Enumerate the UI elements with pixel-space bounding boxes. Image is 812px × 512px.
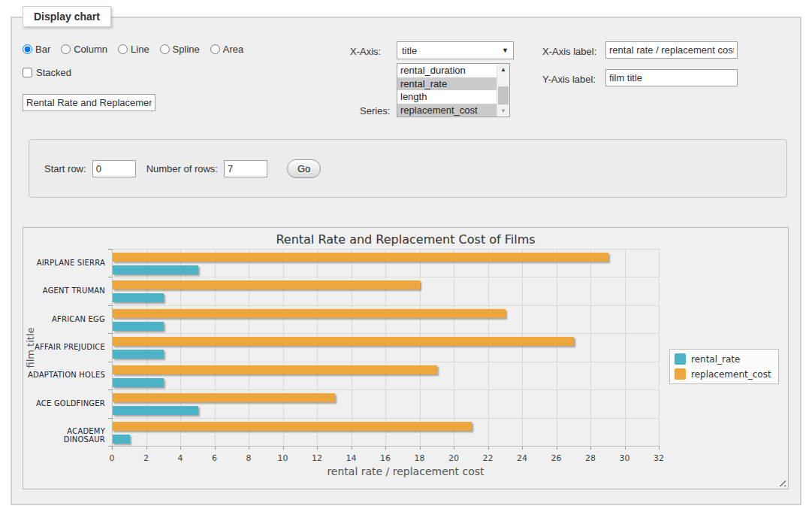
- gridline: [112, 277, 659, 277]
- go-button[interactable]: Go: [287, 159, 321, 178]
- x-tick-label: 18: [415, 453, 425, 463]
- listbox-scrollbar[interactable]: ▲ ▼: [497, 64, 509, 117]
- category-label: AGENT TRUMAN: [23, 286, 105, 295]
- resize-handle-icon[interactable]: [777, 477, 786, 486]
- gridline: [180, 249, 181, 446]
- panel-legend: Display chart: [23, 6, 111, 27]
- y-axis-label-label: Y-Axis label:: [542, 74, 596, 85]
- chart-type-spline[interactable]: Spline: [160, 44, 200, 55]
- chart-type-radio-spline[interactable]: [160, 44, 170, 54]
- bar-replacement_cost-academy-dinosaur[interactable]: [113, 422, 472, 431]
- bar-rental_rate-affair-prejudice[interactable]: [113, 350, 164, 359]
- x-axis-select[interactable]: title ▼: [397, 41, 514, 59]
- legend-swatch-rental_rate: [675, 353, 686, 365]
- gridline: [146, 249, 147, 446]
- chart-title-input[interactable]: [23, 94, 155, 111]
- chart-type-radio-area[interactable]: [210, 44, 220, 54]
- bar-replacement_cost-african-egg[interactable]: [113, 309, 506, 318]
- bar-replacement_cost-adaptation-holes[interactable]: [113, 365, 437, 374]
- gridline: [112, 305, 659, 306]
- gridline: [659, 249, 660, 446]
- gridline: [112, 389, 659, 390]
- chart-type-label: Column: [74, 44, 107, 55]
- x-tick-label: 20: [448, 453, 459, 463]
- category-label: ACE GOLDFINGER: [23, 399, 105, 407]
- chart-type-radios: BarColumnLineSplineArea: [23, 44, 243, 55]
- legend-label: replacement_cost: [691, 369, 771, 380]
- chart-type-label: Area: [223, 44, 243, 55]
- bar-rental_rate-airplane-sierra[interactable]: [113, 265, 198, 274]
- x-axis-title: rental rate / replacement cost: [23, 465, 788, 477]
- chart-title: Rental Rate and Replacement Cost of Film…: [23, 232, 788, 247]
- x-tick-label: 22: [483, 453, 494, 463]
- chart-type-radio-line[interactable]: [118, 44, 128, 54]
- gridline: [625, 249, 626, 446]
- y-axis-line: [112, 249, 113, 446]
- gridline: [317, 249, 318, 446]
- start-row-label: Start row:: [44, 163, 86, 174]
- gridline: [112, 418, 659, 419]
- bar-replacement_cost-airplane-sierra[interactable]: [113, 253, 608, 262]
- x-axis-line: [112, 446, 659, 447]
- category-label: ADAPTATION HOLES: [23, 371, 105, 379]
- start-row-input[interactable]: [92, 160, 136, 177]
- legend-item-replacement_cost[interactable]: replacement_cost: [675, 368, 771, 380]
- x-tick-label: 32: [654, 453, 664, 463]
- series-option-length[interactable]: length: [397, 90, 497, 104]
- scroll-down-icon[interactable]: ▼: [497, 105, 509, 117]
- y-axis-label-input[interactable]: [605, 69, 738, 86]
- bar-replacement_cost-ace-goldfinger[interactable]: [113, 393, 335, 402]
- legend-item-rental_rate[interactable]: rental_rate: [675, 353, 771, 365]
- bar-rental_rate-ace-goldfinger[interactable]: [113, 406, 198, 415]
- gridline: [420, 249, 421, 446]
- x-tick-label: 14: [346, 453, 357, 463]
- x-axis-selected-value: title: [402, 45, 417, 56]
- gridline: [385, 249, 386, 446]
- x-axis-label-label: X-Axis label:: [542, 46, 596, 57]
- x-tick-label: 8: [246, 453, 252, 463]
- category-label: AFRICAN EGG: [23, 315, 105, 323]
- stacked-label: Stacked: [36, 67, 71, 78]
- x-tick-label: 26: [551, 453, 562, 463]
- chevron-down-icon: ▼: [502, 47, 509, 54]
- scrollbar-thumb[interactable]: [498, 86, 509, 105]
- chart-type-column[interactable]: Column: [61, 44, 107, 55]
- series-option-rental_rate[interactable]: rental_rate: [397, 77, 497, 91]
- chart-type-line[interactable]: Line: [118, 44, 149, 55]
- y-axis-title: film title: [25, 327, 36, 368]
- bar-rental_rate-agent-truman[interactable]: [113, 293, 164, 302]
- chart-type-area[interactable]: Area: [210, 44, 243, 55]
- bar-rental_rate-african-egg[interactable]: [113, 322, 164, 331]
- series-option-rental_duration[interactable]: rental_duration: [397, 64, 497, 77]
- x-tick: [659, 446, 660, 450]
- gridline: [249, 249, 249, 446]
- x-tick-label: 16: [380, 453, 391, 463]
- x-tick-label: 0: [110, 453, 115, 463]
- category-label: AIRPLANE SIERRA: [23, 259, 105, 267]
- series-option-replacement_cost[interactable]: replacement_cost: [397, 104, 497, 117]
- num-rows-input[interactable]: [224, 160, 267, 177]
- gridline: [557, 249, 557, 446]
- bar-replacement_cost-affair-prejudice[interactable]: [113, 337, 574, 346]
- bar-rental_rate-academy-dinosaur[interactable]: [113, 435, 130, 444]
- gridline: [352, 249, 352, 446]
- stacked-option[interactable]: Stacked: [23, 67, 71, 78]
- bar-rental_rate-adaptation-holes[interactable]: [113, 378, 164, 387]
- series-select-label: Series:: [360, 105, 390, 117]
- chart-type-radio-column[interactable]: [61, 44, 71, 54]
- stacked-checkbox[interactable]: [23, 68, 32, 77]
- x-axis-label-input[interactable]: [605, 41, 738, 59]
- x-tick-label: 12: [312, 453, 322, 463]
- series-listbox[interactable]: rental_durationrental_ratelengthreplacem…: [397, 63, 510, 117]
- legend-swatch-replacement_cost: [675, 368, 686, 380]
- x-tick-label: 2: [143, 453, 149, 463]
- series-options: rental_durationrental_ratelengthreplacem…: [397, 64, 497, 117]
- chart-type-label: Bar: [35, 44, 50, 55]
- gridline: [215, 249, 216, 446]
- scroll-up-icon[interactable]: ▲: [497, 64, 509, 75]
- gridline: [112, 333, 659, 334]
- bar-replacement_cost-agent-truman[interactable]: [113, 280, 420, 289]
- gridline: [283, 249, 284, 446]
- chart-type-radio-bar[interactable]: [23, 44, 32, 54]
- chart-type-bar[interactable]: Bar: [23, 44, 50, 55]
